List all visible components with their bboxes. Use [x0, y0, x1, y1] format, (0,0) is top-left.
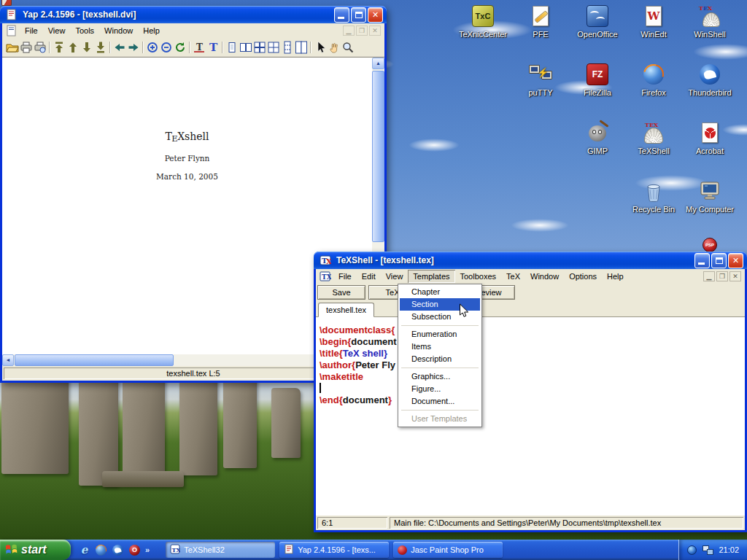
menu-item-view[interactable]: View — [381, 270, 409, 283]
texshell-close-button[interactable]: ✕ — [728, 253, 743, 268]
texshell-minimize-button[interactable] — [694, 253, 710, 268]
templates-menu-item-graphics[interactable]: Graphics... — [400, 370, 480, 383]
back-icon[interactable] — [112, 40, 126, 55]
yap-mdi-restore-button[interactable]: ❐ — [356, 26, 368, 36]
yap-titlebar[interactable]: Yap 2.4.1596 - [texshell.dvi] ✕ — [0, 6, 387, 23]
templates-menu-item-chapter[interactable]: Chapter — [400, 286, 480, 298]
taskbar: start eO» TXTeXShell32Yap 2.4.1596 - [te… — [0, 540, 747, 560]
menu-item-help[interactable]: Help — [602, 270, 629, 283]
zoom-in-icon[interactable] — [145, 40, 159, 55]
yap-close-button[interactable]: ✕ — [368, 7, 383, 23]
desktop-icon-recycle-bin[interactable]: Recycle Bin — [628, 179, 679, 214]
templates-menu-item-figure[interactable]: Figure... — [400, 383, 480, 395]
menu-separator — [401, 410, 479, 411]
menu-item-file[interactable]: File — [20, 24, 43, 37]
desktop-icon-gimp[interactable]: GIMP — [572, 121, 623, 155]
menu-item-templates[interactable]: Templates — [408, 270, 454, 283]
magnifier-icon[interactable] — [341, 40, 355, 55]
menu-item-edit[interactable]: Edit — [357, 270, 381, 283]
desktop-icon-openoffice[interactable]: OpenOffice — [572, 4, 623, 39]
quick-launch-firefox-icon[interactable] — [95, 544, 107, 556]
layout-cont-icon[interactable] — [280, 40, 294, 55]
desktop-icon-pfe[interactable]: PFE — [515, 4, 566, 39]
page-first-icon[interactable] — [52, 40, 66, 55]
print-icon[interactable] — [19, 40, 33, 55]
yap-maximize-button[interactable] — [351, 7, 366, 23]
desktop-icon-texniccenter[interactable]: TxCTeXnicCenter — [457, 4, 508, 39]
menu-item-options[interactable]: Options — [564, 270, 602, 283]
menu-item-toolboxes[interactable]: Toolboxes — [455, 270, 502, 283]
forward-icon[interactable] — [126, 40, 140, 55]
menu-item-view[interactable]: View — [43, 24, 71, 37]
quick-launch-ie-icon[interactable]: e — [78, 544, 90, 556]
vertical-scroll-thumb[interactable] — [372, 71, 384, 242]
main-file-status: Main file: C:\Documents and Settings\Pet… — [390, 517, 743, 529]
save-button[interactable]: Save — [317, 285, 365, 300]
hand-icon[interactable] — [327, 40, 341, 55]
editor-line: \title{TeX shell} — [320, 348, 745, 359]
start-button[interactable]: start — [0, 540, 71, 560]
templates-menu-item-description[interactable]: Description — [400, 353, 480, 365]
templates-menu-item-document[interactable]: Document... — [400, 395, 480, 408]
taskbar-button-jasc-paint-shop-pro[interactable]: Jasc Paint Shop Pro — [393, 542, 503, 558]
page-last-icon[interactable] — [93, 40, 107, 55]
quick-launch-opera-icon[interactable]: O — [128, 544, 141, 556]
desktop-icon-winedt[interactable]: WWinEdt — [628, 4, 679, 39]
print-preview-icon[interactable] — [33, 40, 47, 55]
messenger-tray-icon[interactable] — [686, 544, 698, 556]
zoom-out-icon[interactable] — [159, 40, 173, 55]
menu-item-help[interactable]: Help — [138, 24, 165, 37]
templates-menu-item-items[interactable]: Items — [400, 341, 480, 353]
texshell-mdi-close-button[interactable]: ✕ — [729, 271, 741, 281]
yap-minimize-button[interactable] — [334, 7, 349, 23]
texshell-maximize-button[interactable] — [711, 253, 727, 268]
system-tray: 21:02 — [678, 540, 747, 560]
text-tool-icon[interactable]: T — [192, 40, 206, 55]
yap-mdi-minimize-button[interactable]: ▁ — [343, 26, 355, 36]
page-prev-icon[interactable] — [66, 40, 80, 55]
layout-quad-icon[interactable] — [252, 40, 266, 55]
windows-flag-icon — [5, 542, 18, 558]
text-size-icon[interactable]: T — [206, 40, 220, 55]
network-tray-icon[interactable] — [702, 544, 714, 556]
quick-launch-thunderbird-icon[interactable] — [112, 544, 124, 556]
desktop-icon-texshell[interactable]: TEXTeXShell — [628, 121, 679, 155]
menu-item-window[interactable]: Window — [99, 24, 138, 37]
quick-launch-overflow-chevron[interactable]: » — [145, 545, 150, 554]
templates-menu-item-enumeration[interactable]: Enumeration — [400, 328, 480, 341]
layout-single-icon[interactable] — [225, 40, 239, 55]
texshell-editor[interactable]: \documentclass{\begin{document\title{TeX… — [316, 317, 745, 516]
refresh-icon[interactable] — [173, 40, 187, 55]
menu-item-file[interactable]: File — [333, 270, 357, 283]
horizontal-scroll-thumb[interactable] — [15, 354, 174, 366]
layout-facing-icon[interactable] — [294, 40, 308, 55]
pointer-icon[interactable] — [313, 40, 327, 55]
scroll-left-button[interactable]: ◄ — [2, 354, 14, 366]
texshell-mdi-minimize-button[interactable]: ▁ — [703, 271, 715, 281]
texniccenter-icon: TxC — [471, 4, 495, 28]
taskbar-button-yap-2-4-1596-texs[interactable]: Yap 2.4.1596 - [texs... — [279, 542, 389, 558]
scroll-up-button[interactable]: ▲ — [372, 58, 384, 69]
desktop-icon-acrobat[interactable]: Acrobat — [684, 121, 735, 155]
svg-text:TX: TX — [172, 546, 181, 553]
desktop-icon-my-computer[interactable]: My Computer — [684, 179, 735, 214]
desktop-icon-filezilla[interactable]: FZFileZilla — [572, 63, 623, 97]
open-icon[interactable] — [5, 40, 19, 55]
texshell-mdi-restore-button[interactable]: ❐ — [716, 271, 728, 281]
layout-double-icon[interactable] — [239, 40, 252, 55]
desktop-icon-firefox[interactable]: Firefox — [628, 63, 679, 97]
yap-menubar: FileViewToolsWindowHelp ▁ ❐ ✕ — [2, 23, 384, 38]
menu-item-window[interactable]: Window — [525, 270, 564, 283]
page-next-icon[interactable] — [80, 40, 93, 55]
desktop-icon-winshell[interactable]: TEXWinShell — [684, 4, 735, 39]
yap-mdi-close-button[interactable]: ✕ — [369, 26, 381, 36]
thunderbird-icon — [697, 63, 722, 86]
menu-item-tex[interactable]: TeX — [501, 270, 525, 283]
layout-grid-icon[interactable] — [266, 40, 280, 55]
desktop-icon-putty[interactable]: ⚡puTTY — [515, 63, 566, 97]
texshell-titlebar[interactable]: TX TeXShell - [texshell.tex] ✕ — [314, 252, 747, 269]
desktop-icon-thunderbird[interactable]: Thunderbird — [684, 63, 735, 97]
taskbar-button-texshell32[interactable]: TXTeXShell32 — [166, 542, 275, 558]
tab-texshell-tex[interactable]: texshell.tex — [318, 303, 374, 317]
menu-item-tools[interactable]: Tools — [70, 24, 99, 37]
